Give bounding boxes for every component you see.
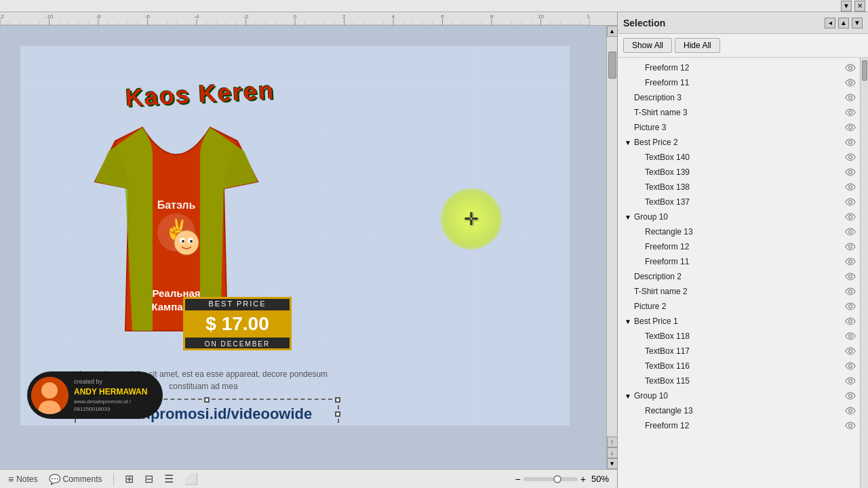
list-item-picture2[interactable]: Picture 2 — [618, 299, 860, 314]
panel-collapse-button[interactable]: ◂ — [825, 18, 835, 28]
panel-scroll-thumb[interactable] — [862, 60, 867, 81]
item-expand-group10_1[interactable]: ▼ — [623, 212, 633, 222]
list-item-freeform11_1[interactable]: Freeform 11 — [618, 254, 860, 269]
scroll-track[interactable] — [607, 37, 617, 436]
item-visibility-textbox116[interactable] — [844, 359, 857, 373]
zoom-plus-button[interactable]: + — [580, 474, 586, 485]
view-notes-button[interactable]: ⬜ — [184, 472, 198, 485]
view-slide-button[interactable]: ⊟ — [144, 472, 153, 485]
scroll-nav-up[interactable]: ↑ — [607, 436, 618, 447]
panel-down-button[interactable]: ▼ — [852, 18, 863, 28]
item-visibility-freeform12_top[interactable] — [844, 61, 857, 75]
panel-list[interactable]: Freeform 12Freeform 11Description 3T-Shi… — [618, 58, 860, 488]
item-visibility-description2[interactable] — [844, 270, 857, 283]
view-normal-button[interactable]: ⊞ — [125, 472, 134, 485]
item-visibility-group10_1[interactable] — [844, 210, 857, 224]
item-visibility-freeform11_top[interactable] — [844, 76, 857, 89]
item-visibility-textbox138[interactable] — [844, 180, 857, 194]
item-visibility-group10_2[interactable] — [844, 389, 857, 403]
item-expand-textbox118 — [634, 331, 644, 341]
list-item-group10_2[interactable]: ▼Group 10 — [618, 388, 860, 403]
close-button[interactable]: ✕ — [854, 1, 865, 12]
item-visibility-rectangle13_2[interactable] — [844, 404, 857, 418]
handle-tr[interactable] — [335, 397, 340, 403]
scroll-up-button[interactable]: ▲ — [607, 26, 618, 37]
item-expand-group10_2[interactable]: ▼ — [623, 391, 633, 401]
svg-point-108 — [849, 365, 852, 368]
list-item-description3[interactable]: Description 3 — [618, 90, 860, 105]
list-item-textbox116[interactable]: TextBox 116 — [618, 359, 860, 373]
item-visibility-textbox139[interactable] — [844, 165, 857, 179]
panel-up-button[interactable]: ▲ — [838, 18, 849, 28]
svg-text:-2: -2 — [243, 14, 249, 20]
hide-all-button[interactable]: Hide All — [675, 38, 720, 53]
item-visibility-freeform12_2[interactable] — [844, 419, 857, 432]
list-item-textbox115[interactable]: TextBox 115 — [618, 373, 860, 388]
item-visibility-textbox117[interactable] — [844, 344, 857, 358]
svg-point-91 — [849, 111, 852, 115]
zoom-control[interactable]: − + 50% — [515, 474, 609, 485]
list-item-tshirt_name3[interactable]: T-Shirt name 3 — [618, 105, 860, 120]
item-label-best_price1: Best Price 1 — [633, 317, 844, 326]
minimize-button[interactable]: ▼ — [841, 1, 852, 12]
list-item-freeform12_top[interactable]: Freeform 12 — [618, 60, 860, 75]
list-item-rectangle13_1[interactable]: Rectangle 13 — [618, 224, 860, 239]
list-item-textbox139[interactable]: TextBox 139 — [618, 165, 860, 180]
scroll-thumb[interactable] — [608, 52, 616, 79]
item-visibility-description3[interactable] — [844, 91, 857, 104]
notes-label[interactable]: Notes — [16, 474, 37, 484]
item-expand-best_price2[interactable]: ▼ — [623, 138, 633, 147]
list-item-textbox140[interactable]: TextBox 140 — [618, 150, 860, 165]
vertical-scrollbar[interactable]: ▲ ↑ ↓ ▼ — [606, 26, 617, 469]
list-item-description2[interactable]: Description 2 — [618, 269, 860, 284]
item-visibility-best_price1[interactable] — [844, 314, 857, 328]
item-visibility-freeform12_1[interactable] — [844, 240, 857, 253]
item-expand-best_price1[interactable]: ▼ — [623, 317, 633, 326]
list-item-group10_1[interactable]: ▼Group 10 — [618, 209, 860, 224]
svg-text:8: 8 — [490, 14, 494, 20]
list-item-textbox117[interactable]: TextBox 117 — [618, 344, 860, 359]
item-visibility-tshirt_name3[interactable] — [844, 106, 857, 119]
item-visibility-freeform11_1[interactable] — [844, 255, 857, 268]
list-item-rectangle13_2[interactable]: Rectangle 13 — [618, 403, 860, 418]
item-visibility-textbox115[interactable] — [844, 374, 857, 388]
item-visibility-rectangle13_1[interactable] — [844, 225, 857, 239]
list-item-textbox118[interactable]: TextBox 118 — [618, 329, 860, 344]
list-item-freeform12_1[interactable]: Freeform 12 — [618, 239, 860, 254]
list-item-best_price2[interactable]: ▼Best Price 2 — [618, 135, 860, 150]
list-item-best_price1[interactable]: ▼Best Price 1 — [618, 314, 860, 329]
list-item-picture3[interactable]: Picture 3 — [618, 120, 860, 135]
notes-button[interactable]: ≡ Notes — [8, 474, 38, 485]
item-visibility-tshirt_name2[interactable] — [844, 285, 857, 298]
list-item-textbox138[interactable]: TextBox 138 — [618, 180, 860, 195]
svg-text:12: 12 — [587, 14, 590, 20]
panel-scrollbar[interactable] — [860, 58, 868, 488]
item-visibility-best_price2[interactable] — [844, 136, 857, 149]
list-item-textbox137[interactable]: TextBox 137 — [618, 195, 860, 209]
list-item-freeform11_top[interactable]: Freeform 11 — [618, 75, 860, 90]
item-label-textbox137: TextBox 137 — [644, 197, 844, 207]
item-visibility-picture2[interactable] — [844, 300, 857, 313]
zoom-minus-button[interactable]: − — [515, 474, 521, 485]
item-visibility-textbox118[interactable] — [844, 329, 857, 343]
scroll-down-button[interactable]: ▼ — [607, 458, 618, 469]
item-visibility-textbox137[interactable] — [844, 195, 857, 209]
scroll-nav-down[interactable]: ↓ — [607, 447, 618, 458]
item-label-group10_1: Group 10 — [633, 212, 844, 222]
svg-point-95 — [849, 171, 852, 174]
zoom-slider[interactable] — [524, 477, 578, 481]
handle-tc[interactable] — [204, 397, 210, 403]
comments-label[interactable]: Comments — [63, 474, 102, 484]
canvas-body[interactable]: Kaos Keren Батэ — [0, 26, 606, 469]
item-visibility-textbox140[interactable] — [844, 150, 857, 164]
handle-mr[interactable] — [335, 411, 340, 417]
comments-button[interactable]: 💬 Comments — [49, 474, 102, 485]
show-all-button[interactable]: Show All — [623, 38, 672, 53]
view-outline-button[interactable]: ☰ — [164, 472, 174, 485]
zoom-slider-thumb[interactable] — [553, 475, 561, 483]
item-visibility-picture3[interactable] — [844, 121, 857, 134]
list-item-tshirt_name2[interactable]: T-Shirt name 2 — [618, 284, 860, 299]
item-expand-freeform11_1 — [634, 257, 644, 266]
svg-point-103 — [849, 290, 852, 293]
list-item-freeform12_2[interactable]: Freeform 12 — [618, 418, 860, 433]
